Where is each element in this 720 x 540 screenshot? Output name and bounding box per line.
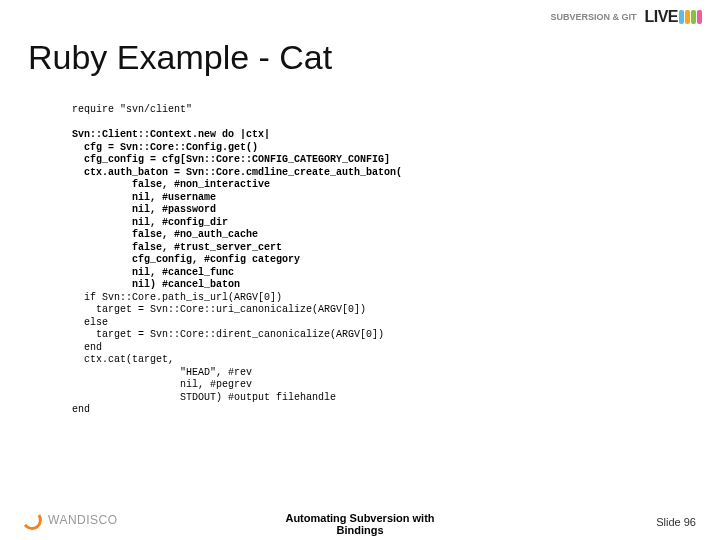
code-line: nil, #password [72,204,216,215]
code-line: else [72,317,108,328]
accent-dot [691,10,696,24]
slide-number: Slide 96 [656,516,696,528]
code-line: ctx.auth_baton = Svn::Core.cmdline_creat… [72,167,402,178]
accent-dot [697,10,702,24]
code-line: cfg_config = cfg[Svn::Core::CONFIG_CATEG… [72,154,390,165]
code-block: require "svn/client" Svn::Client::Contex… [72,104,680,417]
code-line: nil, #username [72,192,216,203]
accent-dot [685,10,690,24]
code-line: "HEAD", #rev [72,367,252,378]
code-line: Svn::Client::Context.new do |ctx| [72,129,270,140]
code-line: require "svn/client" [72,104,192,115]
code-line: target = Svn::Core::dirent_canonicalize(… [72,329,384,340]
footer-title: Automating Subversion with Bindings [0,512,720,536]
page-title: Ruby Example - Cat [28,38,332,77]
live-mark: LIVE [642,8,702,26]
code-content: require "svn/client" Svn::Client::Contex… [72,104,680,417]
header-logo: SUBVERSION & GIT LIVE [550,8,702,26]
code-line: end [72,342,102,353]
code-line: ctx.cat(target, [72,354,174,365]
code-line: false, #no_auth_cache [72,229,258,240]
code-line: if Svn::Core.path_is_url(ARGV[0]) [72,292,282,303]
code-line: cfg_config, #config category [72,254,300,265]
code-line: false, #trust_server_cert [72,242,282,253]
live-word: LIVE [644,8,678,26]
code-line: false, #non_interactive [72,179,270,190]
accent-dot [679,10,684,24]
code-line: nil, #config_dir [72,217,228,228]
footer: WANDISCO Automating Subversion with Bind… [0,504,720,540]
logo-text: SUBVERSION & GIT [550,12,636,22]
code-line: target = Svn::Core::uri_canonicalize(ARG… [72,304,366,315]
code-line: nil, #pegrev [72,379,252,390]
code-line: end [72,404,90,415]
footer-title-bottom: Bindings [0,524,720,536]
code-line: STDOUT) #output filehandle [72,392,336,403]
code-line: nil) #cancel_baton [72,279,240,290]
code-line: cfg = Svn::Core::Config.get() [72,142,258,153]
footer-title-top: Automating Subversion with [285,512,434,524]
code-line: nil, #cancel_func [72,267,234,278]
slide: SUBVERSION & GIT LIVE Ruby Example - Cat… [0,0,720,540]
